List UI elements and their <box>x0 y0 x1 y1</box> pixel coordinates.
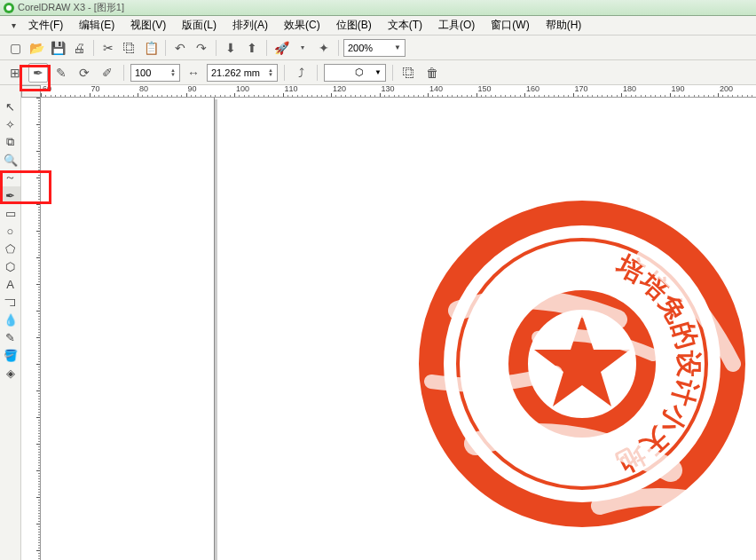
separator <box>216 40 217 56</box>
menu-window[interactable]: 窗口(W) <box>484 16 536 35</box>
spinner-icon[interactable]: ▲▼ <box>170 68 176 77</box>
cut-icon[interactable]: ✂ <box>98 38 118 58</box>
ruler-tick-label: 160 <box>526 85 539 93</box>
nib-width-value: 21.262 mm <box>211 67 260 78</box>
dropdown-arrow-icon[interactable]: ▼ <box>394 43 401 51</box>
property-bar: ⊞ ✒ ✎ ⟳ ✐ 100 ▲▼ ↔ 21.262 mm ▲▼ ⤴ ⬡ ▼ ⿻ … <box>0 60 756 85</box>
fill-tool-icon[interactable]: 🪣 <box>1 346 20 364</box>
dropdown-arrow-icon[interactable]: ▾ <box>293 38 312 58</box>
separator <box>123 65 124 81</box>
basic-shapes-tool-icon[interactable]: ⬡ <box>1 257 20 275</box>
nib-size-input[interactable]: 100 ▲▼ <box>130 64 180 82</box>
menu-layout[interactable]: 版面(L) <box>175 16 224 35</box>
ruler-tick-label: 160 <box>21 368 22 382</box>
canvas[interactable]: 培培兔的设计小天地 <box>41 98 756 560</box>
transform-tool-icon[interactable]: ⟳ <box>75 63 94 83</box>
polygon-tool-icon[interactable]: ⬠ <box>1 240 20 257</box>
eyedropper-tool-icon[interactable]: 💧 <box>1 311 20 328</box>
ruler-tick-label: 210 <box>21 235 22 248</box>
rectangle-tool-icon[interactable]: ▭ <box>1 204 20 222</box>
ruler-vertical[interactable]: 2602502402230220210200190180170160150140… <box>21 98 41 560</box>
paste-icon[interactable]: 📋 <box>141 38 161 58</box>
standard-toolbar: ▢ 📂 💾 🖨 ✂ ⿻ 📋 ↶ ↷ ⬇ ⬆ 🚀 ▾ ✦ 200% ▼ <box>0 35 756 60</box>
menu-file[interactable]: 文件(F) <box>21 16 70 35</box>
roughen-tool-icon[interactable]: ✎ <box>51 63 71 83</box>
copy-icon[interactable]: ⿻ <box>120 38 139 58</box>
ruler-tick-label: 250 <box>21 102 22 115</box>
zoom-value: 200% <box>348 43 373 53</box>
ruler-tick-label: 80 <box>139 85 148 93</box>
title-bar: CorelDRAW X3 - [图形1] <box>0 0 756 16</box>
zoom-level-input[interactable]: 200% ▼ <box>343 39 406 57</box>
clone-icon[interactable]: ⿻ <box>399 63 419 83</box>
freehand-tool-icon[interactable]: ～ <box>1 169 20 186</box>
undo-icon[interactable]: ↶ <box>170 38 190 58</box>
presets-icon[interactable]: ⊞ <box>5 63 25 83</box>
shape-select[interactable]: ⬡ ▼ <box>324 64 386 82</box>
menu-effect[interactable]: 效果(C) <box>277 16 327 35</box>
ruler-tick-label: 170 <box>21 342 22 355</box>
print-icon[interactable]: 🖨 <box>69 38 89 58</box>
angle-icon[interactable]: ↔ <box>184 63 203 83</box>
shape-icon: ⬡ <box>355 67 364 78</box>
nib-width-input[interactable]: 21.262 mm ▲▼ <box>207 64 278 82</box>
ruler-tick-label: 180 <box>21 315 22 328</box>
ruler-tick-label: 100 <box>21 528 22 541</box>
export-icon[interactable]: ⬆ <box>242 38 262 58</box>
crop-tool-icon[interactable]: ⧉ <box>1 133 20 151</box>
dropdown-arrow-icon[interactable]: ▼ <box>374 68 382 76</box>
nib-size-value: 100 <box>135 67 151 78</box>
ruler-tick-label: 60 <box>43 85 51 93</box>
ruler-tick-label: 200 <box>21 262 22 275</box>
menu-bar: ▾ 文件(F) 编辑(E) 视图(V) 版面(L) 排列(A) 效果(C) 位图… <box>0 16 756 35</box>
stamp-artwork[interactable]: 培培兔的设计小天地 <box>422 204 742 524</box>
page-edge <box>214 98 215 560</box>
launch-icon[interactable]: 🚀 <box>272 38 291 58</box>
separator <box>93 40 94 56</box>
menu-help[interactable]: 帮助(H) <box>539 16 589 35</box>
delete-icon[interactable]: 🗑 <box>422 63 442 83</box>
separator <box>392 65 393 81</box>
smudge-tool-icon[interactable]: ✒ <box>28 63 48 83</box>
smart-fill-tool-icon[interactable]: ✒ <box>1 186 20 204</box>
shape-tool-icon[interactable]: ✧ <box>1 115 20 133</box>
ruler-origin[interactable] <box>21 85 41 98</box>
spinner-icon[interactable]: ▲▼ <box>268 68 273 77</box>
toolbox: ↖ ✧ ⧉ 🔍 ～ ✒ ▭ ○ ⬠ ⬡ A ⫎ 💧 ✎ 🪣 ◈ <box>0 85 21 560</box>
interactive-blend-tool-icon[interactable]: ⫎ <box>1 293 20 311</box>
ruler-tick-label: 140 <box>429 85 443 93</box>
ruler-tick-label: 180 <box>623 85 636 93</box>
ruler-tick-label: 100 <box>236 85 249 93</box>
app-icon <box>4 3 14 13</box>
outline-tool-icon[interactable]: ✎ <box>1 328 20 346</box>
ruler-tick-label: 190 <box>21 288 22 302</box>
text-tool-icon[interactable]: A <box>1 275 20 293</box>
separator <box>338 40 339 56</box>
ruler-horizontal[interactable]: 6070809010011012013014015016017018019020… <box>41 85 756 98</box>
workspace: ↖ ✧ ⧉ 🔍 ～ ✒ ▭ ○ ⬠ ⬡ A ⫎ 💧 ✎ 🪣 ◈ 60708090… <box>0 85 756 560</box>
interactive-fill-tool-icon[interactable]: ◈ <box>1 364 20 382</box>
save-icon[interactable]: 💾 <box>48 38 67 58</box>
pick-tool-icon[interactable]: ↖ <box>1 98 20 115</box>
ellipse-tool-icon[interactable]: ○ <box>1 222 20 240</box>
menu-tools[interactable]: 工具(O) <box>431 16 482 35</box>
welcome-icon[interactable]: ✦ <box>314 38 334 58</box>
open-icon[interactable]: 📂 <box>27 38 46 58</box>
menu-bitmap[interactable]: 位图(B) <box>329 16 379 35</box>
menu-view[interactable]: 视图(V) <box>123 16 173 35</box>
menu-text[interactable]: 文本(T) <box>381 16 429 35</box>
bearing-icon[interactable]: ⤴ <box>291 63 311 83</box>
menu-edit[interactable]: 编辑(E) <box>72 16 122 35</box>
menu-arrange[interactable]: 排列(A) <box>225 16 275 35</box>
redo-icon[interactable]: ↷ <box>192 38 211 58</box>
ruler-tick-label: 150 <box>478 85 492 93</box>
blade-tool-icon[interactable]: ✐ <box>98 63 117 83</box>
ruler-tick-label: 230 <box>21 182 22 195</box>
ruler-tick-label: 110 <box>21 501 22 515</box>
ruler-tick-label: 90 <box>188 85 197 93</box>
menu-dropdown-icon[interactable]: ▾ <box>7 20 20 32</box>
zoom-tool-icon[interactable]: 🔍 <box>1 151 20 169</box>
import-icon[interactable]: ⬇ <box>221 38 240 58</box>
ruler-tick-label: 220 <box>21 209 22 222</box>
new-icon[interactable]: ▢ <box>5 38 25 58</box>
